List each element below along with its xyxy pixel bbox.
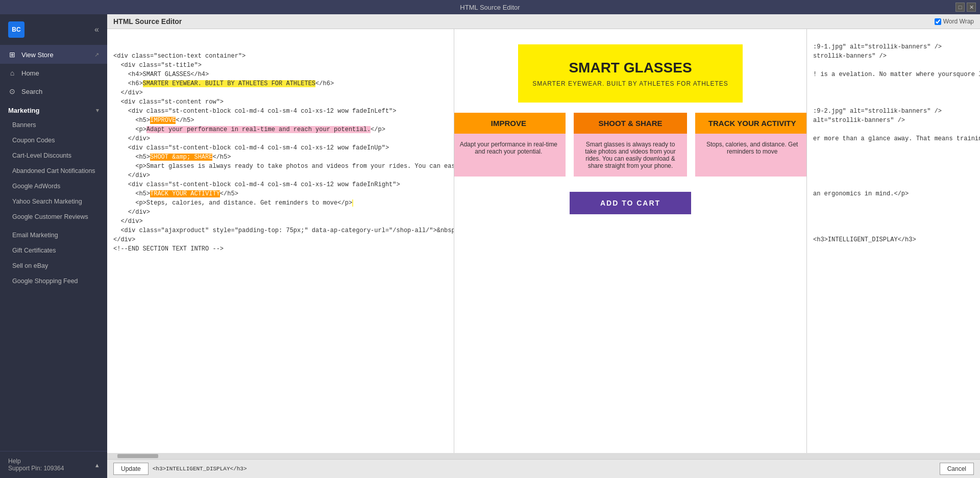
sidebar-item-yahoo-search[interactable]: Yahoo Search Marketing (0, 194, 107, 209)
preview-card-shoot: SHOOT & SHARE Smart glasses is always re… (574, 113, 688, 177)
search-icon: ⊙ (8, 87, 16, 95)
sidebar-footer: Help Support Pin: 109364 ▴ (0, 451, 107, 478)
card-title-track: TRACK YOUR ACTIVITY (695, 113, 806, 134)
sidebar-search-label: Search (21, 88, 42, 95)
support-pin: Support Pin: 109364 (8, 465, 64, 472)
preview-hero: SMART GLASSES SMARTER EYEWEAR. BUILT BY … (518, 44, 743, 103)
sidebar-item-gift-certificates[interactable]: Gift Certificates (0, 243, 107, 258)
card-title-improve: IMPROVE (454, 113, 566, 134)
word-wrap-label[interactable]: Word Wrap (935, 18, 974, 25)
sidebar-item-email-marketing[interactable]: Email Marketing (0, 224, 107, 243)
right-code-panel[interactable]: :9-1.jpg" alt="strollik-banners" /> stro… (806, 29, 980, 453)
bottom-code-snippet: <h3>INTELLIGENT_DISPLAY</h3> (153, 466, 247, 472)
title-bar-controls: □ ✕ (955, 3, 976, 12)
horizontal-scrollbar[interactable] (107, 453, 980, 459)
sidebar-marketing-section[interactable]: Marketing ▾ (0, 100, 107, 117)
marketing-label: Marketing (8, 107, 39, 114)
sidebar-item-google-adwords[interactable]: Google AdWords (0, 179, 107, 194)
sidebar-header: BC « (0, 14, 107, 45)
sidebar-item-cart-level-discounts[interactable]: Cart-Level Discounts (0, 148, 107, 163)
marketing-toggle-icon: ▾ (96, 107, 99, 114)
preview-hero-subtitle: SMARTER EYEWEAR. BUILT BY ATHLETES FOR A… (528, 80, 732, 87)
code-and-preview: <div class="section-text container"> <di… (107, 29, 980, 453)
sidebar-item-google-customer[interactable]: Google Customer Reviews (0, 209, 107, 224)
sidebar-item-search[interactable]: ⊙ Search (0, 82, 107, 100)
cancel-button[interactable]: Cancel (940, 463, 974, 475)
logo-icon: BC (8, 21, 24, 38)
sidebar-item-google-shopping[interactable]: Google Shopping Feed (0, 273, 107, 289)
bigcommerce-logo: BC (8, 21, 24, 38)
preview-hero-title: SMART GLASSES (528, 60, 732, 76)
word-wrap-text: Word Wrap (943, 18, 974, 25)
help-label: Help (8, 458, 64, 465)
add-to-cart-button[interactable]: ADD TO CART (570, 192, 691, 214)
sidebar-item-home[interactable]: ⌂ Home (0, 64, 107, 82)
editor-title: HTML Source Editor (113, 17, 182, 26)
sidebar: BC « ⊞ View Store ↗ ⌂ Home ⊙ Search Mark… (0, 14, 107, 478)
close-button[interactable]: ✕ (967, 3, 976, 12)
card-title-shoot: SHOOT & SHARE (574, 113, 688, 134)
sidebar-view-store-label: View Store (21, 51, 54, 59)
minimize-button[interactable]: □ (955, 3, 965, 12)
word-wrap-checkbox[interactable] (935, 18, 941, 25)
sidebar-collapse-button[interactable]: « (94, 25, 99, 34)
sidebar-home-label: Home (21, 69, 39, 77)
external-link-icon: ↗ (94, 52, 99, 58)
bottom-bar-left: Update <h3>INTELLIGENT_DISPLAY</h3> (113, 463, 247, 475)
card-desc-shoot: Smart glasses is always ready to take ph… (574, 134, 688, 177)
card-desc-track: Stops, calories, and distance. Get remin… (695, 134, 806, 177)
preview-card-improve: IMPROVE Adapt your performance in real-t… (454, 113, 566, 177)
editor-header: HTML Source Editor Word Wrap (107, 14, 980, 29)
preview-cards: IMPROVE Adapt your performance in real-t… (454, 113, 806, 177)
sidebar-item-sell-ebay[interactable]: Sell on eBay (0, 258, 107, 273)
title-bar-text: HTML Source Editor (460, 4, 520, 11)
home-icon: ⌂ (8, 69, 16, 77)
sidebar-item-coupon-codes[interactable]: Coupon Codes (0, 133, 107, 148)
code-editor[interactable]: <div class="section-text container"> <di… (107, 29, 454, 453)
card-desc-improve: Adapt your performance in real-time and … (454, 134, 566, 177)
sidebar-footer-info: Help Support Pin: 109364 (8, 458, 64, 472)
store-icon: ⊞ (8, 51, 16, 59)
sidebar-item-view-store[interactable]: ⊞ View Store ↗ (0, 45, 107, 64)
sidebar-item-abandoned-cart[interactable]: Abandoned Cart Notifications (0, 163, 107, 179)
preview-card-track: TRACK YOUR ACTIVITY Stops, calories, and… (695, 113, 806, 177)
update-button[interactable]: Update (113, 463, 149, 475)
main-content: HTML Source Editor Word Wrap <div class=… (107, 14, 980, 478)
title-bar: HTML Source Editor □ ✕ (0, 0, 980, 14)
scroll-thumb[interactable] (117, 454, 158, 458)
app-body: BC « ⊞ View Store ↗ ⌂ Home ⊙ Search Mark… (0, 14, 980, 478)
bottom-bar: Update <h3>INTELLIGENT_DISPLAY</h3> Canc… (107, 459, 980, 478)
preview-area: SMART GLASSES SMARTER EYEWEAR. BUILT BY … (454, 29, 806, 453)
footer-toggle-icon[interactable]: ▴ (95, 461, 99, 469)
sidebar-item-banners[interactable]: Banners (0, 117, 107, 133)
